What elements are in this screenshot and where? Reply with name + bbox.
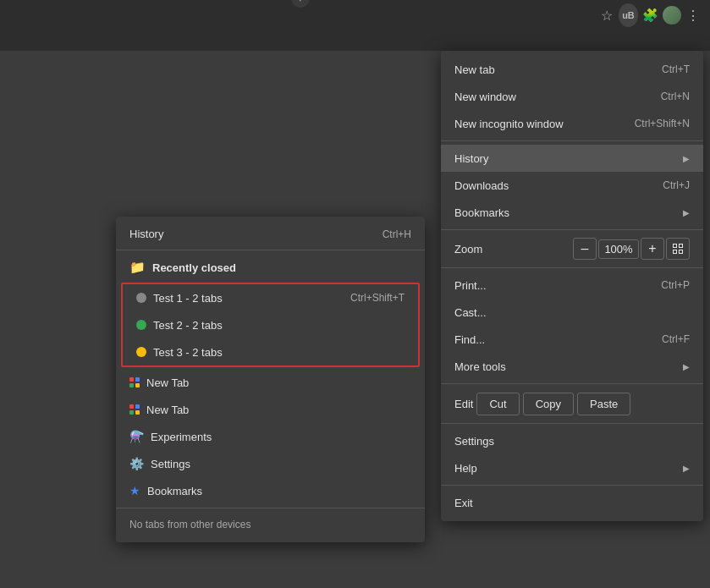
svg-rect-3 bbox=[680, 250, 683, 254]
cut-button[interactable]: Cut bbox=[476, 393, 519, 415]
menu-item-print[interactable]: Print... Ctrl+P bbox=[441, 272, 703, 299]
flask-icon: ⚗️ bbox=[129, 430, 144, 443]
menu-item-history-arrow: ▶ bbox=[683, 154, 690, 163]
edit-row: Edit Cut Copy Paste bbox=[441, 387, 703, 420]
avatar[interactable] bbox=[662, 3, 682, 27]
history-new-tab-2[interactable]: New Tab bbox=[116, 396, 425, 423]
menu-item-new-tab[interactable]: New tab Ctrl+T bbox=[441, 56, 703, 83]
ublock-icon[interactable]: uB bbox=[619, 3, 639, 27]
menu-item-new-tab-shortcut: Ctrl+T bbox=[662, 63, 690, 75]
history-submenu: History Ctrl+H 📁 Recently closed Test 1 … bbox=[116, 217, 425, 542]
menu-item-help-label: Help bbox=[454, 462, 477, 475]
menu-item-bookmarks-label: Bookmarks bbox=[454, 206, 509, 219]
edit-label: Edit bbox=[454, 398, 473, 410]
menu-item-cast-label: Cast... bbox=[454, 306, 487, 319]
history-tab-test2[interactable]: Test 2 - 2 tabs bbox=[123, 311, 418, 338]
extensions-icon[interactable]: 🧩 bbox=[640, 3, 660, 27]
history-tab-test1-label: Test 1 - 2 tabs bbox=[153, 292, 223, 305]
menu-item-new-tab-label: New tab bbox=[454, 63, 495, 76]
star-bookmarks-icon: ★ bbox=[129, 484, 140, 497]
menu-item-more-tools-arrow: ▶ bbox=[683, 362, 690, 371]
menu-item-bookmarks[interactable]: Bookmarks ▶ bbox=[441, 199, 703, 226]
menu-item-new-window-shortcut: Ctrl+N bbox=[661, 91, 690, 102]
copy-button[interactable]: Copy bbox=[523, 393, 574, 415]
grid-icon-2 bbox=[129, 404, 140, 415]
dropdown-chevron-icon[interactable]: ▾ bbox=[291, 0, 310, 8]
menu-item-exit[interactable]: Exit bbox=[441, 489, 703, 516]
divider-4 bbox=[441, 383, 703, 384]
menu-item-exit-label: Exit bbox=[454, 497, 473, 509]
history-divider-2 bbox=[116, 508, 425, 508]
gear-icon: ⚙️ bbox=[129, 457, 144, 470]
history-new-tab-2-label: New Tab bbox=[146, 404, 189, 416]
history-header-label: History bbox=[129, 228, 163, 240]
menu-item-more-tools-label: More tools bbox=[454, 360, 506, 373]
paste-button[interactable]: Paste bbox=[577, 393, 630, 415]
tab-dot-test2 bbox=[136, 320, 146, 330]
tab-dot-test1 bbox=[136, 293, 146, 303]
menu-item-new-incognito-label: New incognito window bbox=[454, 118, 564, 130]
history-tab-test1[interactable]: Test 1 - 2 tabs Ctrl+Shift+T bbox=[123, 284, 418, 311]
menu-item-find[interactable]: Find... Ctrl+F bbox=[441, 326, 703, 353]
main-area: New tab Ctrl+T New window Ctrl+N New inc… bbox=[0, 51, 710, 588]
history-new-tab-1-label: New Tab bbox=[146, 376, 189, 389]
history-tab-test2-label: Test 2 - 2 tabs bbox=[153, 319, 223, 332]
zoom-minus-button[interactable]: – bbox=[573, 238, 597, 260]
zoom-label: Zoom bbox=[454, 243, 482, 256]
menu-item-new-incognito-shortcut: Ctrl+Shift+N bbox=[635, 118, 690, 129]
zoom-plus-button[interactable]: + bbox=[641, 238, 664, 260]
menu-item-more-tools[interactable]: More tools ▶ bbox=[441, 353, 703, 380]
chrome-menu-button[interactable]: ⋮ bbox=[683, 3, 703, 27]
menu-item-print-shortcut: Ctrl+P bbox=[661, 279, 690, 291]
history-settings-label: Settings bbox=[151, 458, 190, 470]
browser-top: ▾ ☆ uB 🧩 ⋮ bbox=[0, 0, 710, 51]
menu-item-downloads-shortcut: Ctrl+J bbox=[663, 179, 690, 191]
history-tab-test1-shortcut: Ctrl+Shift+T bbox=[350, 292, 405, 304]
menu-item-downloads[interactable]: Downloads Ctrl+J bbox=[441, 172, 703, 199]
history-experiments-label: Experiments bbox=[151, 431, 212, 443]
history-tab-test3[interactable]: Test 3 - 2 tabs bbox=[123, 338, 418, 365]
divider-1 bbox=[441, 140, 703, 141]
history-settings[interactable]: ⚙️ Settings bbox=[116, 450, 425, 477]
history-header-shortcut: Ctrl+H bbox=[383, 228, 411, 240]
zoom-controls: – 100% + bbox=[573, 238, 690, 260]
history-bookmarks[interactable]: ★ Bookmarks bbox=[116, 477, 425, 504]
zoom-value: 100% bbox=[598, 239, 639, 259]
history-experiments[interactable]: ⚗️ Experiments bbox=[116, 423, 425, 450]
menu-item-cast[interactable]: Cast... bbox=[441, 299, 703, 326]
menu-item-find-shortcut: Ctrl+F bbox=[662, 333, 690, 345]
menu-item-history-label: History bbox=[454, 152, 488, 165]
divider-2 bbox=[441, 229, 703, 230]
menu-item-new-window[interactable]: New window Ctrl+N bbox=[441, 83, 703, 110]
chrome-main-menu: New tab Ctrl+T New window Ctrl+N New inc… bbox=[441, 51, 703, 521]
menu-item-new-incognito[interactable]: New incognito window Ctrl+Shift+N bbox=[441, 110, 703, 137]
grid-icon-1 bbox=[129, 377, 140, 387]
zoom-fullscreen-button[interactable] bbox=[666, 238, 690, 260]
menu-item-new-window-label: New window bbox=[454, 91, 516, 103]
no-tabs-text: No tabs from other devices bbox=[116, 512, 425, 537]
svg-rect-1 bbox=[680, 245, 683, 248]
history-bookmarks-label: Bookmarks bbox=[147, 485, 202, 497]
zoom-row: Zoom – 100% + bbox=[441, 234, 703, 264]
recently-closed-group: Test 1 - 2 tabs Ctrl+Shift+T Test 2 - 2 … bbox=[121, 283, 420, 367]
divider-3 bbox=[441, 267, 703, 268]
recently-closed-label: Recently closed bbox=[152, 261, 236, 274]
menu-item-help[interactable]: Help ▶ bbox=[441, 454, 703, 481]
history-tab-test3-label: Test 3 - 2 tabs bbox=[153, 346, 223, 359]
history-divider-1 bbox=[116, 250, 425, 250]
svg-rect-2 bbox=[674, 250, 677, 254]
svg-rect-0 bbox=[674, 245, 677, 248]
folder-icon: 📁 bbox=[129, 260, 146, 275]
menu-item-bookmarks-arrow: ▶ bbox=[683, 208, 690, 217]
divider-6 bbox=[441, 485, 703, 486]
star-icon[interactable]: ☆ bbox=[597, 3, 617, 27]
menu-item-settings-label: Settings bbox=[454, 435, 494, 448]
menu-item-find-label: Find... bbox=[454, 333, 485, 346]
recently-closed-item[interactable]: 📁 Recently closed bbox=[116, 254, 425, 281]
divider-5 bbox=[441, 423, 703, 424]
menu-item-settings[interactable]: Settings bbox=[441, 427, 703, 454]
history-header[interactable]: History Ctrl+H bbox=[116, 222, 425, 246]
menu-item-downloads-label: Downloads bbox=[454, 179, 509, 192]
history-new-tab-1[interactable]: New Tab bbox=[116, 369, 425, 396]
menu-item-history[interactable]: History ▶ bbox=[441, 145, 703, 172]
